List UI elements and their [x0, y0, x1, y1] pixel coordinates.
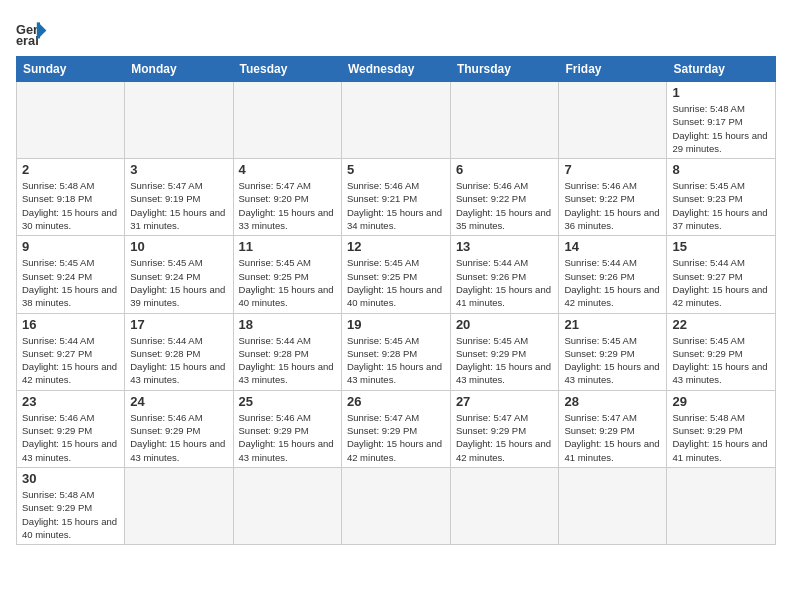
calendar-cell: 23Sunrise: 5:46 AMSunset: 9:29 PMDayligh…: [17, 390, 125, 467]
calendar-cell: 29Sunrise: 5:48 AMSunset: 9:29 PMDayligh…: [667, 390, 776, 467]
day-header-monday: Monday: [125, 57, 233, 82]
day-number: 1: [672, 85, 770, 100]
calendar-cell: 18Sunrise: 5:44 AMSunset: 9:28 PMDayligh…: [233, 313, 341, 390]
day-number: 4: [239, 162, 336, 177]
logo-icon: Gen eral: [16, 16, 48, 48]
day-info: Sunrise: 5:45 AMSunset: 9:29 PMDaylight:…: [564, 334, 661, 387]
day-info: Sunrise: 5:44 AMSunset: 9:28 PMDaylight:…: [239, 334, 336, 387]
calendar-cell: [341, 467, 450, 544]
day-info: Sunrise: 5:45 AMSunset: 9:29 PMDaylight:…: [672, 334, 770, 387]
day-info: Sunrise: 5:44 AMSunset: 9:28 PMDaylight:…: [130, 334, 227, 387]
calendar-cell: 13Sunrise: 5:44 AMSunset: 9:26 PMDayligh…: [450, 236, 559, 313]
calendar-cell: [233, 82, 341, 159]
calendar-cell: 28Sunrise: 5:47 AMSunset: 9:29 PMDayligh…: [559, 390, 667, 467]
day-number: 26: [347, 394, 445, 409]
day-info: Sunrise: 5:48 AMSunset: 9:17 PMDaylight:…: [672, 102, 770, 155]
calendar-cell: 14Sunrise: 5:44 AMSunset: 9:26 PMDayligh…: [559, 236, 667, 313]
calendar-cell: 3Sunrise: 5:47 AMSunset: 9:19 PMDaylight…: [125, 159, 233, 236]
day-number: 11: [239, 239, 336, 254]
day-info: Sunrise: 5:45 AMSunset: 9:24 PMDaylight:…: [22, 256, 119, 309]
day-info: Sunrise: 5:47 AMSunset: 9:29 PMDaylight:…: [347, 411, 445, 464]
calendar-week-1: 2Sunrise: 5:48 AMSunset: 9:18 PMDaylight…: [17, 159, 776, 236]
day-info: Sunrise: 5:46 AMSunset: 9:29 PMDaylight:…: [239, 411, 336, 464]
day-info: Sunrise: 5:44 AMSunset: 9:26 PMDaylight:…: [564, 256, 661, 309]
calendar-cell: 22Sunrise: 5:45 AMSunset: 9:29 PMDayligh…: [667, 313, 776, 390]
calendar-cell: 15Sunrise: 5:44 AMSunset: 9:27 PMDayligh…: [667, 236, 776, 313]
day-number: 10: [130, 239, 227, 254]
calendar-cell: 4Sunrise: 5:47 AMSunset: 9:20 PMDaylight…: [233, 159, 341, 236]
day-number: 8: [672, 162, 770, 177]
day-number: 2: [22, 162, 119, 177]
calendar-cell: 25Sunrise: 5:46 AMSunset: 9:29 PMDayligh…: [233, 390, 341, 467]
day-number: 21: [564, 317, 661, 332]
calendar-cell: 20Sunrise: 5:45 AMSunset: 9:29 PMDayligh…: [450, 313, 559, 390]
day-info: Sunrise: 5:45 AMSunset: 9:23 PMDaylight:…: [672, 179, 770, 232]
calendar-week-3: 16Sunrise: 5:44 AMSunset: 9:27 PMDayligh…: [17, 313, 776, 390]
calendar-cell: [450, 467, 559, 544]
day-number: 20: [456, 317, 554, 332]
day-header-wednesday: Wednesday: [341, 57, 450, 82]
day-info: Sunrise: 5:46 AMSunset: 9:29 PMDaylight:…: [130, 411, 227, 464]
calendar-week-2: 9Sunrise: 5:45 AMSunset: 9:24 PMDaylight…: [17, 236, 776, 313]
calendar-cell: [341, 82, 450, 159]
svg-text:eral: eral: [16, 33, 39, 48]
calendar-week-5: 30Sunrise: 5:48 AMSunset: 9:29 PMDayligh…: [17, 467, 776, 544]
calendar-cell: 21Sunrise: 5:45 AMSunset: 9:29 PMDayligh…: [559, 313, 667, 390]
page-header: Gen eral: [16, 16, 776, 48]
day-info: Sunrise: 5:47 AMSunset: 9:19 PMDaylight:…: [130, 179, 227, 232]
day-number: 9: [22, 239, 119, 254]
day-info: Sunrise: 5:46 AMSunset: 9:21 PMDaylight:…: [347, 179, 445, 232]
day-number: 25: [239, 394, 336, 409]
calendar-table: SundayMondayTuesdayWednesdayThursdayFrid…: [16, 56, 776, 545]
day-info: Sunrise: 5:46 AMSunset: 9:22 PMDaylight:…: [456, 179, 554, 232]
day-info: Sunrise: 5:45 AMSunset: 9:25 PMDaylight:…: [347, 256, 445, 309]
calendar-cell: 8Sunrise: 5:45 AMSunset: 9:23 PMDaylight…: [667, 159, 776, 236]
calendar-cell: [559, 82, 667, 159]
day-number: 6: [456, 162, 554, 177]
day-number: 19: [347, 317, 445, 332]
day-header-sunday: Sunday: [17, 57, 125, 82]
day-info: Sunrise: 5:47 AMSunset: 9:29 PMDaylight:…: [456, 411, 554, 464]
day-number: 13: [456, 239, 554, 254]
calendar-cell: 5Sunrise: 5:46 AMSunset: 9:21 PMDaylight…: [341, 159, 450, 236]
calendar-cell: 24Sunrise: 5:46 AMSunset: 9:29 PMDayligh…: [125, 390, 233, 467]
day-number: 24: [130, 394, 227, 409]
calendar-cell: 19Sunrise: 5:45 AMSunset: 9:28 PMDayligh…: [341, 313, 450, 390]
calendar-cell: 7Sunrise: 5:46 AMSunset: 9:22 PMDaylight…: [559, 159, 667, 236]
day-info: Sunrise: 5:47 AMSunset: 9:20 PMDaylight:…: [239, 179, 336, 232]
day-info: Sunrise: 5:45 AMSunset: 9:29 PMDaylight:…: [456, 334, 554, 387]
calendar-cell: 10Sunrise: 5:45 AMSunset: 9:24 PMDayligh…: [125, 236, 233, 313]
day-number: 15: [672, 239, 770, 254]
calendar-cell: [667, 467, 776, 544]
day-info: Sunrise: 5:46 AMSunset: 9:29 PMDaylight:…: [22, 411, 119, 464]
calendar-week-0: 1Sunrise: 5:48 AMSunset: 9:17 PMDaylight…: [17, 82, 776, 159]
day-info: Sunrise: 5:44 AMSunset: 9:26 PMDaylight:…: [456, 256, 554, 309]
day-info: Sunrise: 5:48 AMSunset: 9:18 PMDaylight:…: [22, 179, 119, 232]
day-number: 17: [130, 317, 227, 332]
day-info: Sunrise: 5:46 AMSunset: 9:22 PMDaylight:…: [564, 179, 661, 232]
day-number: 30: [22, 471, 119, 486]
calendar-cell: 30Sunrise: 5:48 AMSunset: 9:29 PMDayligh…: [17, 467, 125, 544]
day-number: 29: [672, 394, 770, 409]
calendar-cell: 17Sunrise: 5:44 AMSunset: 9:28 PMDayligh…: [125, 313, 233, 390]
day-info: Sunrise: 5:44 AMSunset: 9:27 PMDaylight:…: [672, 256, 770, 309]
calendar-cell: 27Sunrise: 5:47 AMSunset: 9:29 PMDayligh…: [450, 390, 559, 467]
day-header-tuesday: Tuesday: [233, 57, 341, 82]
day-number: 3: [130, 162, 227, 177]
day-number: 16: [22, 317, 119, 332]
calendar-cell: 12Sunrise: 5:45 AMSunset: 9:25 PMDayligh…: [341, 236, 450, 313]
day-info: Sunrise: 5:48 AMSunset: 9:29 PMDaylight:…: [672, 411, 770, 464]
day-number: 23: [22, 394, 119, 409]
day-info: Sunrise: 5:47 AMSunset: 9:29 PMDaylight:…: [564, 411, 661, 464]
day-info: Sunrise: 5:45 AMSunset: 9:25 PMDaylight:…: [239, 256, 336, 309]
day-number: 12: [347, 239, 445, 254]
day-number: 18: [239, 317, 336, 332]
calendar-cell: [17, 82, 125, 159]
calendar-cell: 9Sunrise: 5:45 AMSunset: 9:24 PMDaylight…: [17, 236, 125, 313]
day-header-thursday: Thursday: [450, 57, 559, 82]
svg-rect-3: [37, 22, 40, 38]
day-info: Sunrise: 5:45 AMSunset: 9:24 PMDaylight:…: [130, 256, 227, 309]
calendar-cell: 26Sunrise: 5:47 AMSunset: 9:29 PMDayligh…: [341, 390, 450, 467]
day-number: 22: [672, 317, 770, 332]
calendar-cell: [233, 467, 341, 544]
